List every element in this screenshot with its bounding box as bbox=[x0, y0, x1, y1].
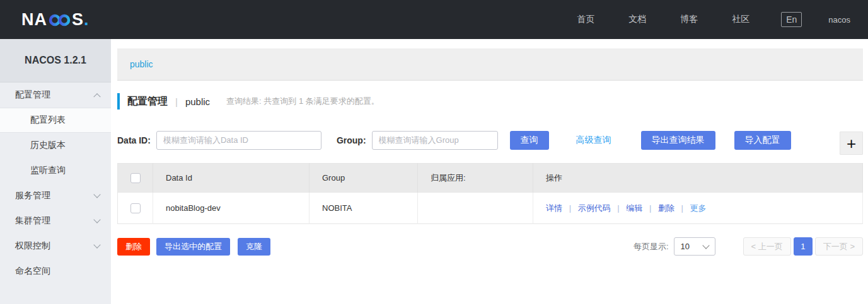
config-table: Data Id Group 归属应用: 操作 nobitaBlog-dev NO… bbox=[117, 163, 863, 224]
sidebar-item-config-list[interactable]: 配置列表 bbox=[0, 108, 111, 133]
delete-button[interactable]: 删除 bbox=[117, 238, 150, 256]
logo-text-suffix: S bbox=[72, 10, 84, 30]
action-separator: | bbox=[617, 203, 619, 213]
table-header-row: Data Id Group 归属应用: 操作 bbox=[118, 164, 863, 193]
nacos-logo: NA S. bbox=[21, 9, 90, 31]
page-size-value: 10 bbox=[681, 242, 690, 251]
section-header: 配置管理 | public 查询结果: 共查询到 1 条满足要求的配置。 bbox=[117, 93, 863, 110]
query-form: Data ID: Group: 查询 高级查询 导出查询结果 导入配置 + bbox=[117, 125, 863, 155]
cell-operations: 详情 | 示例代码 | 编辑 | 删除 | 更多 bbox=[533, 193, 863, 224]
clone-button[interactable]: 克隆 bbox=[238, 238, 270, 256]
nav-docs[interactable]: 文档 bbox=[628, 14, 646, 25]
pagination-area: 每页显示: 10 < 上一页 1 下一页 > bbox=[634, 237, 863, 256]
pager: < 上一页 1 下一页 > bbox=[741, 237, 863, 256]
sidebar-item-permission-control[interactable]: 权限控制 bbox=[0, 234, 111, 259]
export-query-results-button[interactable]: 导出查询结果 bbox=[641, 131, 715, 150]
chevron-down-icon bbox=[702, 242, 709, 249]
sidebar-item-label: 服务管理 bbox=[15, 190, 50, 201]
add-config-button[interactable]: + bbox=[840, 132, 863, 155]
dataid-input[interactable] bbox=[156, 131, 321, 150]
chevron-up-icon bbox=[93, 93, 100, 100]
current-page-button[interactable]: 1 bbox=[794, 237, 813, 256]
export-selected-button[interactable]: 导出选中的配置 bbox=[156, 238, 230, 256]
action-separator: | bbox=[569, 203, 571, 213]
sidebar-item-config-management[interactable]: 配置管理 bbox=[0, 82, 111, 108]
nav-home[interactable]: 首页 bbox=[577, 14, 594, 25]
sidebar-item-label: 历史版本 bbox=[30, 140, 66, 151]
col-header-dataid: Data Id bbox=[153, 164, 310, 193]
logo-text-prefix: NA bbox=[21, 10, 47, 30]
sidebar-item-namespace[interactable]: 命名空间 bbox=[0, 259, 111, 284]
cell-data-id: nobitaBlog-dev bbox=[153, 193, 310, 224]
next-page-button[interactable]: 下一页 > bbox=[815, 237, 863, 256]
main-content: public 配置管理 | public 查询结果: 共查询到 1 条满足要求的… bbox=[111, 39, 868, 304]
logo-dot: . bbox=[84, 10, 90, 30]
group-input[interactable] bbox=[372, 131, 498, 150]
sidebar-item-label: 配置列表 bbox=[30, 115, 66, 126]
namespace-tab-public[interactable]: public bbox=[130, 59, 153, 69]
namespace-tab-bar: public bbox=[117, 48, 863, 81]
page-title: 配置管理 bbox=[127, 95, 168, 108]
page-size-label: 每页显示: bbox=[634, 241, 669, 252]
dataid-label: Data ID: bbox=[117, 135, 151, 145]
import-config-button[interactable]: 导入配置 bbox=[734, 131, 791, 150]
group-label: Group: bbox=[337, 135, 366, 145]
language-toggle-button[interactable]: En bbox=[781, 12, 802, 27]
action-separator: | bbox=[681, 203, 683, 213]
search-button[interactable]: 查询 bbox=[510, 131, 549, 150]
cell-group: NOBITA bbox=[310, 193, 418, 224]
row-checkbox[interactable] bbox=[130, 203, 141, 213]
nav-blog[interactable]: 博客 bbox=[680, 14, 698, 25]
query-result-text: 查询结果: 共查询到 1 条满足要求的配置。 bbox=[226, 96, 379, 107]
sidebar-item-service-management[interactable]: 服务管理 bbox=[0, 183, 111, 208]
accent-bar bbox=[117, 93, 120, 110]
delete-link[interactable]: 删除 bbox=[658, 203, 674, 213]
sidebar-item-label: 监听查询 bbox=[30, 165, 66, 176]
edit-link[interactable]: 编辑 bbox=[626, 203, 642, 213]
cell-application bbox=[418, 193, 533, 224]
sidebar-item-label: 权限控制 bbox=[15, 240, 50, 252]
sidebar-version-title: NACOS 1.2.1 bbox=[0, 39, 111, 82]
table-footer: 删除 导出选中的配置 克隆 每页显示: 10 < 上一页 1 下一页 > bbox=[117, 237, 863, 256]
sidebar-item-listener-query[interactable]: 监听查询 bbox=[0, 158, 111, 183]
sidebar: NACOS 1.2.1 配置管理 配置列表 历史版本 监听查询 服务管理 集群管… bbox=[0, 39, 111, 304]
action-separator: | bbox=[649, 203, 651, 213]
sample-code-link[interactable]: 示例代码 bbox=[578, 203, 611, 213]
chevron-down-icon bbox=[93, 191, 100, 198]
chevron-down-icon bbox=[93, 216, 100, 223]
chevron-down-icon bbox=[93, 241, 100, 248]
current-namespace: public bbox=[185, 96, 210, 107]
title-separator: | bbox=[175, 96, 178, 107]
sidebar-item-cluster-management[interactable]: 集群管理 bbox=[0, 208, 111, 234]
sidebar-item-label: 集群管理 bbox=[15, 215, 50, 227]
infinity-icon bbox=[49, 11, 71, 31]
advanced-query-link[interactable]: 高级查询 bbox=[576, 135, 611, 146]
table-row: nobitaBlog-dev NOBITA 详情 | 示例代码 | 编辑 | 删… bbox=[118, 193, 863, 224]
col-header-application: 归属应用: bbox=[418, 164, 533, 193]
top-nav-links: 首页 文档 博客 社区 En nacos bbox=[543, 12, 850, 27]
prev-page-button[interactable]: < 上一页 bbox=[743, 237, 791, 256]
top-navbar: NA S. 首页 文档 博客 社区 En nacos bbox=[0, 0, 868, 39]
select-all-checkbox[interactable] bbox=[130, 173, 141, 183]
user-menu[interactable]: nacos bbox=[828, 15, 850, 25]
details-link[interactable]: 详情 bbox=[546, 203, 562, 213]
more-link[interactable]: 更多 bbox=[690, 203, 707, 213]
sidebar-item-history-versions[interactable]: 历史版本 bbox=[0, 133, 111, 158]
col-header-group: Group bbox=[310, 164, 418, 193]
col-header-operations: 操作 bbox=[533, 164, 863, 193]
sidebar-item-label: 配置管理 bbox=[15, 89, 50, 101]
page-size-select[interactable]: 10 bbox=[674, 237, 715, 256]
sidebar-item-label: 命名空间 bbox=[15, 266, 50, 277]
nav-community[interactable]: 社区 bbox=[732, 14, 749, 25]
